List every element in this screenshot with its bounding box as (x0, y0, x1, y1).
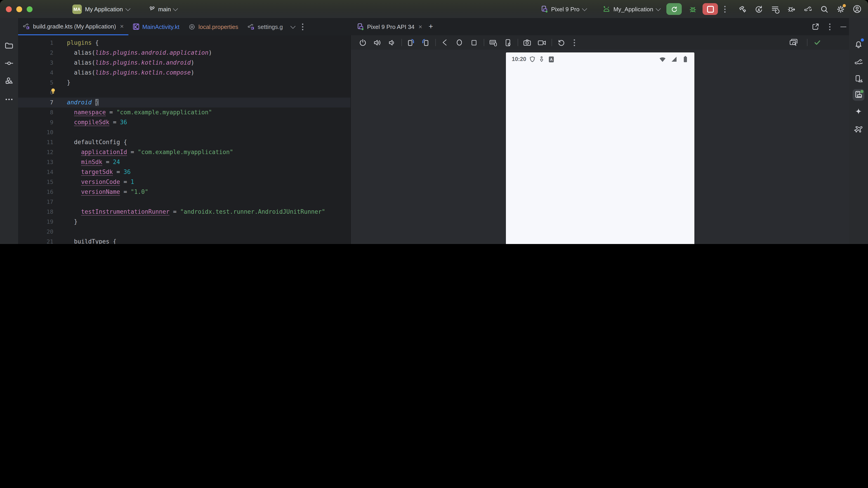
code-line[interactable]: 4 alias(libs.plugins.kotlin.compose) (18, 68, 350, 78)
code-line[interactable]: 5} (18, 78, 350, 88)
minimize-window-button[interactable] (16, 6, 22, 12)
screen-record-icon[interactable] (536, 37, 547, 48)
tab-label: local.properties (198, 23, 238, 30)
tab-settings-gradle[interactable]: settings.g (243, 18, 287, 35)
code-line[interactable]: 17 (18, 197, 350, 207)
close-tab-icon[interactable]: × (120, 23, 124, 30)
reset-restart-icon[interactable] (556, 37, 566, 48)
panel-options-kebab-icon[interactable] (827, 23, 833, 30)
debug-button[interactable] (686, 3, 699, 15)
code-line[interactable]: 9 compileSdk = 36 (18, 118, 350, 127)
code-line[interactable]: 19 } (18, 217, 350, 227)
gradle-kts-file-icon (247, 23, 254, 30)
hardware-input-icon[interactable] (488, 37, 499, 48)
running-indicator-dot (860, 90, 864, 93)
chevron-down-icon (656, 6, 661, 11)
tab-build-gradle[interactable]: build.gradle.kts (My Application) × (18, 18, 128, 35)
tab-overflow-chevron-icon[interactable] (290, 24, 296, 29)
close-tab-icon[interactable]: × (418, 23, 422, 30)
gradle-tool-icon[interactable] (852, 57, 864, 68)
intention-bulb-icon[interactable] (50, 88, 57, 98)
power-icon[interactable] (357, 37, 368, 48)
more-run-actions-button[interactable] (721, 6, 728, 12)
chevron-down-icon (582, 6, 587, 11)
android-overview-icon[interactable] (468, 37, 479, 48)
settings-icon[interactable] (836, 5, 845, 13)
code-line[interactable]: 15 versionCode = 1 (18, 177, 350, 187)
code-line[interactable]: 3 alias(libs.plugins.kotlin.android) (18, 58, 350, 68)
code-line[interactable]: 8 namespace = "com.example.myapplication… (18, 107, 350, 118)
project-name: My Application (85, 6, 123, 12)
run-configuration-selector[interactable]: My_Application (602, 6, 660, 12)
tab-label: settings.g (258, 23, 283, 30)
rotate-left-icon[interactable] (405, 37, 416, 48)
device-settings-icon[interactable] (502, 37, 513, 48)
tab-options-kebab-icon[interactable] (299, 23, 306, 30)
code-text: buildTypes { (62, 237, 116, 244)
profiler-icon[interactable] (771, 5, 779, 13)
code-line[interactable]: 12 applicationId = "com.example.myapplic… (18, 147, 350, 157)
screen-search-icon[interactable] (788, 37, 799, 48)
apply-code-changes-icon[interactable] (754, 5, 763, 13)
code-line[interactable]: 2 alias(libs.plugins.android.application… (18, 48, 350, 58)
code-line[interactable]: 11 defaultConfig { (18, 137, 350, 147)
code-line[interactable]: 14 targetSdk = 36 (18, 167, 350, 177)
device-manager-icon[interactable] (852, 73, 864, 85)
code-line[interactable]: 16 versionName = "1.0" (18, 187, 350, 197)
auto-fill-a-badge-icon: A (548, 56, 555, 63)
search-icon[interactable] (820, 5, 829, 13)
account-avatar-icon[interactable] (852, 4, 862, 13)
build-hammer-icon[interactable] (738, 5, 747, 13)
more-tool-windows-icon[interactable] (3, 94, 15, 105)
code-line[interactable]: 1plugins { (18, 38, 350, 48)
line-number: 14 (18, 167, 62, 177)
code-text: minSdk = 24 (62, 157, 120, 167)
hide-panel-icon[interactable] (840, 26, 846, 27)
stop-button[interactable] (703, 3, 718, 15)
gradle-sync-icon[interactable] (803, 5, 812, 13)
project-widget[interactable]: MA My Application (72, 4, 130, 14)
zoom-window-button[interactable] (27, 6, 33, 12)
code-line[interactable]: 20 (18, 227, 350, 237)
emulator-more-kebab-icon[interactable] (571, 39, 578, 46)
resource-manager-icon[interactable] (3, 75, 15, 87)
volume-up-icon[interactable] (372, 37, 382, 48)
code-editor[interactable]: 1plugins {2 alias(libs.plugins.android.a… (18, 35, 350, 244)
git-branch-icon (149, 6, 156, 12)
project-tool-icon[interactable] (3, 40, 15, 52)
code-text: versionCode = 1 (62, 177, 134, 187)
code-line[interactable]: 6 (18, 88, 350, 98)
commit-tool-icon[interactable] (3, 57, 15, 69)
rerun-button[interactable] (666, 3, 682, 15)
tab-local-properties[interactable]: local.properties (184, 18, 243, 35)
code-line[interactable]: 21 buildTypes { (18, 237, 350, 244)
properties-file-icon (188, 23, 195, 30)
close-window-button[interactable] (6, 6, 12, 12)
tab-mainactivity[interactable]: MainActivity.kt (128, 18, 184, 35)
code-line[interactable]: 18 testInstrumentationRunner = "androidx… (18, 207, 350, 217)
code-text (62, 127, 67, 137)
code-text: testInstrumentationRunner = "androidx.te… (62, 207, 325, 217)
code-line[interactable]: 13 minSdk = 24 (18, 157, 350, 167)
line-number: 11 (18, 137, 62, 147)
airplane-icon[interactable] (852, 123, 864, 135)
running-devices-icon[interactable] (852, 89, 864, 101)
vcs-branch-widget[interactable]: main (149, 6, 177, 12)
android-back-icon[interactable] (439, 37, 450, 48)
android-home-icon[interactable] (454, 37, 465, 48)
device-selector[interactable]: Pixel 9 Pro (541, 5, 586, 13)
attach-debugger-icon[interactable] (787, 5, 796, 13)
android-studio-window: MA My Application main (0, 0, 868, 244)
emulator-screen[interactable]: 10:20 A (506, 53, 694, 244)
gemini-sparkle-icon[interactable] (852, 106, 864, 118)
code-line[interactable]: 10 (18, 127, 350, 137)
tab-running-device[interactable]: Pixel 9 Pro API 34 × (350, 23, 427, 30)
add-device-tab-button[interactable]: + (427, 22, 435, 31)
open-in-new-window-icon[interactable] (812, 23, 819, 30)
line-number: 15 (18, 177, 62, 187)
screenshot-camera-icon[interactable] (522, 37, 532, 48)
notifications-bell-icon[interactable] (852, 38, 864, 50)
volume-down-icon[interactable] (386, 37, 397, 48)
code-line[interactable]: 7android { (18, 98, 350, 107)
rotate-right-icon[interactable] (420, 37, 431, 48)
